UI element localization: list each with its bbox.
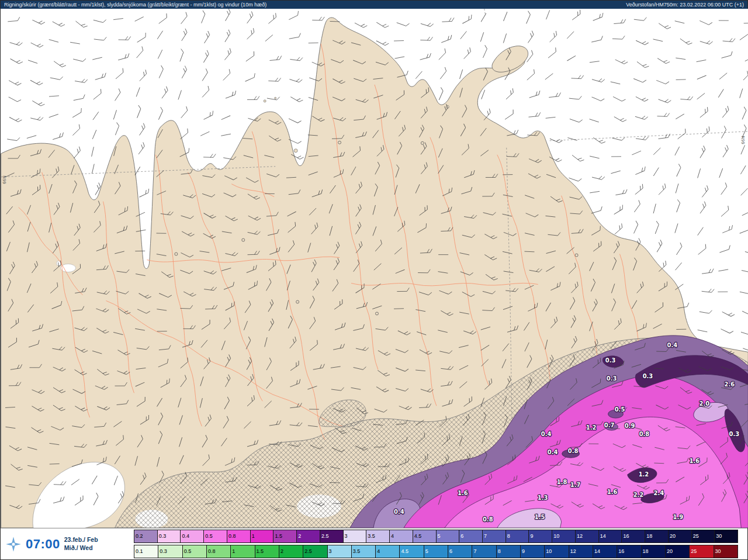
legend-cell: 16 — [622, 530, 645, 542]
legend-cell: 9 — [529, 530, 552, 542]
precip-value-label: 1.9 — [673, 514, 684, 520]
snow-scale-row: 0.20.30.40.50.811.522.533.544.5567891012… — [134, 530, 738, 543]
legend-cell: 14 — [593, 545, 617, 558]
precip-value-label: 0.9 — [625, 423, 635, 429]
legend-cell: 4 — [390, 530, 413, 542]
legend-cell: 0.5 — [204, 530, 227, 542]
legend-cell: 4 — [376, 545, 400, 558]
legend-cell: 6 — [459, 530, 483, 542]
legend-cell: 25 — [690, 545, 714, 558]
precip-value-label: 0.3 — [605, 357, 616, 364]
legend-cell: 5 — [424, 545, 448, 558]
precip-value-label: 2.4 — [654, 490, 664, 496]
legend-cell: 0.3 — [158, 530, 181, 542]
precip-value-label: 0.3 — [643, 373, 653, 379]
legend-cell: 20 — [666, 545, 690, 558]
precip-value-label: 0.4 — [541, 431, 552, 437]
legend-cell: 2 — [279, 545, 303, 558]
legend-cell: 18 — [645, 530, 669, 542]
legend-cell: 2.5 — [320, 530, 344, 542]
title-bar: Rigning/skúrir (grænt/blátt/rautt - mm/1… — [1, 1, 747, 9]
legend-cell: 7 — [472, 545, 496, 558]
legend-cell: 0.5 — [183, 545, 207, 558]
precip-value-label: 0.7 — [604, 422, 615, 428]
precip-value-label: 2.2 — [633, 492, 644, 498]
date-line-1: 23.feb./ Feb — [64, 536, 98, 544]
legend-cell: 10 — [552, 530, 576, 542]
legend-cell: 3.5 — [352, 545, 376, 558]
legend-cell: 4.5 — [400, 545, 424, 558]
islet — [264, 100, 266, 102]
forecast-time: 07:00 — [26, 537, 60, 552]
precip-value-label: 0.8 — [568, 448, 579, 454]
legend-cell: 12 — [576, 530, 599, 542]
legend-cell: 3 — [328, 545, 352, 558]
precip-value-label: 0.3 — [607, 375, 617, 382]
precip-value-label: 0.4 — [548, 449, 558, 455]
precip-value-label: 0.8 — [639, 431, 650, 437]
precip-value-label: 1.6 — [690, 458, 700, 464]
legend-cell: 10 — [545, 545, 569, 558]
legend-cell: 2.5 — [303, 545, 327, 558]
legend-cell: 20 — [669, 530, 692, 542]
precip-value-label: 0.4 — [667, 342, 678, 348]
precip-value-label: 1.2 — [639, 471, 649, 478]
rain-scale-row: 0.10.30.50.811.522.533.544.5567891012141… — [134, 545, 738, 558]
legend-cell: 18 — [642, 545, 666, 558]
legend-cell: 0.2 — [134, 530, 158, 542]
legend-cell: 5 — [437, 530, 460, 542]
islet — [275, 97, 276, 99]
islet — [294, 149, 297, 153]
legend-cell: 4.5 — [413, 530, 437, 542]
legend-cell: 0.3 — [158, 545, 182, 558]
forecast-map: 66N 66N — [1, 9, 747, 528]
legend-cell: 3.5 — [366, 530, 390, 542]
legend-cell: 1.5 — [273, 530, 297, 542]
legend-cell: 0.8 — [227, 530, 251, 542]
latitude-label-right: 66N — [741, 136, 746, 144]
legend-cell: 6 — [448, 545, 472, 558]
precip-value-label: 0.3 — [729, 431, 739, 437]
map-canvas: 66N 66N — [1, 9, 748, 528]
precip-value-label: 1.5 — [535, 514, 545, 520]
precip-value-label: 1.8 — [557, 479, 567, 485]
weather-map-window: Rigning/skúrir (grænt/blátt/rautt - mm/1… — [0, 0, 748, 560]
precip-value-label: 0.4 — [394, 509, 404, 515]
compass-icon — [5, 536, 22, 552]
legend-cell: 8 — [506, 530, 529, 542]
legend-cell: 1 — [251, 530, 274, 542]
legend-cell: 30 — [714, 545, 737, 558]
precip-color-scales: 0.20.30.40.50.811.522.533.544.5567891012… — [134, 530, 738, 558]
legend-cell: 16 — [617, 545, 641, 558]
map-legend-description: Rigning/skúrir (grænt/blátt/rautt - mm/1… — [4, 2, 266, 8]
legend-cell: 1 — [231, 545, 255, 558]
legend-cell: 2 — [297, 530, 320, 542]
legend-cell: 7 — [483, 530, 506, 542]
legend-cell: 0.4 — [181, 530, 204, 542]
legend-cell: 30 — [715, 530, 737, 542]
legend-cell: 3 — [344, 530, 367, 542]
legend-cell: 8 — [497, 545, 521, 558]
legend-cell: 25 — [692, 530, 715, 542]
legend-cell: 1.5 — [255, 545, 279, 558]
legend-cell: 0.8 — [207, 545, 231, 558]
footer-bar: 07:00 23.feb./ Feb Mið./ Wed 0.20.30.40.… — [1, 528, 747, 559]
legend-cell: 12 — [569, 545, 593, 558]
legend-cell: 14 — [599, 530, 622, 542]
legend-cell: 9 — [521, 545, 545, 558]
time-panel: 07:00 23.feb./ Feb Mið./ Wed — [1, 536, 134, 552]
precip-value-label: 2.0 — [699, 400, 710, 407]
precip-value-label: 1.3 — [538, 495, 548, 501]
precip-value-label: 1.6 — [607, 489, 618, 495]
precip-value-label: 0.5 — [615, 406, 625, 413]
precip-value-label: 0.8 — [483, 516, 493, 523]
forecast-date: 23.feb./ Feb Mið./ Wed — [64, 536, 98, 551]
precip-value-label: 1.6 — [458, 490, 468, 496]
precip-value-label: 1.2 — [586, 424, 597, 431]
model-run-timestamp: Veðurstofan/HM750m: 23.02.2022 06:00 UTC… — [626, 2, 744, 8]
precip-value-label: 1.7 — [570, 482, 581, 488]
precip-value-label: 2.6 — [724, 381, 735, 388]
legend-cell: 0.1 — [134, 545, 158, 558]
date-line-2: Mið./ Wed — [64, 544, 98, 552]
